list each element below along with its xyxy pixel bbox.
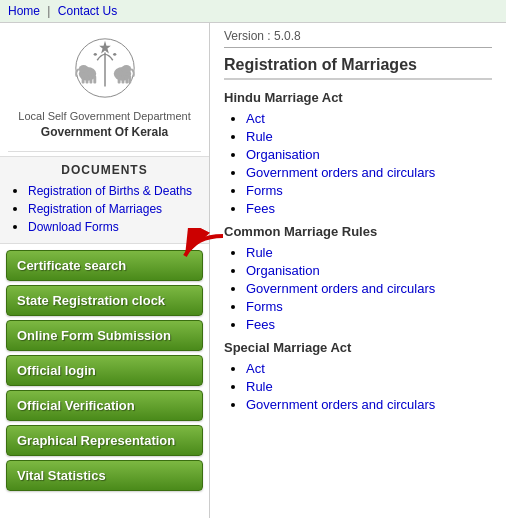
svg-rect-3 (81, 76, 84, 84)
hindu-govt-link[interactable]: Government orders and circulars (246, 165, 435, 180)
list-item: Organisation (246, 263, 492, 278)
list-item: Act (246, 111, 492, 126)
state-registration-clock-button[interactable]: State Registration clock (6, 285, 203, 316)
svg-rect-11 (125, 76, 128, 84)
list-item: Registration of Births & Deaths (28, 183, 199, 198)
dept-name: Local Self Government Department Governm… (8, 109, 201, 141)
svg-rect-10 (121, 76, 124, 84)
doc-links-list: Registration of Births & Deaths Registra… (10, 183, 199, 234)
cert-search-container: Certificate search (6, 250, 203, 281)
doc-link-forms[interactable]: Download Forms (28, 220, 119, 234)
special-act-link[interactable]: Act (246, 361, 265, 376)
documents-section: DOCUMENTS Registration of Births & Death… (0, 156, 209, 244)
svg-rect-5 (89, 76, 92, 84)
svg-rect-12 (128, 76, 131, 84)
doc-link-births[interactable]: Registration of Births & Deaths (28, 184, 192, 198)
svg-rect-6 (93, 76, 96, 84)
section-special-title: Special Marriage Act (224, 340, 492, 355)
sidebar-logo: Local Self Government Department Governm… (0, 23, 209, 147)
section-hindu-title: Hindu Marriage Act (224, 90, 492, 105)
list-item: Government orders and circulars (246, 165, 492, 180)
common-forms-link[interactable]: Forms (246, 299, 283, 314)
special-rule-link[interactable]: Rule (246, 379, 273, 394)
list-item: Forms (246, 299, 492, 314)
common-org-link[interactable]: Organisation (246, 263, 320, 278)
home-link[interactable]: Home (8, 4, 40, 18)
list-item: Rule (246, 129, 492, 144)
hindu-act-link[interactable]: Act (246, 111, 265, 126)
hindu-fees-link[interactable]: Fees (246, 201, 275, 216)
hindu-org-link[interactable]: Organisation (246, 147, 320, 162)
page-title: Registration of Marriages (224, 56, 492, 80)
graphical-representation-button[interactable]: Graphical Representation (6, 425, 203, 456)
list-item: Download Forms (28, 219, 199, 234)
list-item: Rule (246, 379, 492, 394)
hindu-links-list: Act Rule Organisation Government orders … (224, 111, 492, 216)
special-links-list: Act Rule Government orders and circulars (224, 361, 492, 412)
list-item: Rule (246, 245, 492, 260)
vital-statistics-button[interactable]: Vital Statistics (6, 460, 203, 491)
doc-link-marriages[interactable]: Registration of Marriages (28, 202, 162, 216)
official-verification-button[interactable]: Official Verification (6, 390, 203, 421)
svg-rect-4 (85, 76, 88, 84)
divider-1 (8, 151, 201, 152)
list-item: Fees (246, 201, 492, 216)
hindu-rule-link[interactable]: Rule (246, 129, 273, 144)
online-form-submission-button[interactable]: Online Form Submission (6, 320, 203, 351)
sidebar: Local Self Government Department Governm… (0, 23, 210, 518)
section-common-title: Common Marriage Rules (224, 224, 492, 239)
list-item: Forms (246, 183, 492, 198)
documents-title: DOCUMENTS (10, 163, 199, 177)
emblem-svg (70, 32, 140, 104)
nav-buttons: Certificate search State Registration cl… (0, 250, 209, 491)
nav-separator: | (47, 4, 50, 18)
svg-rect-9 (117, 76, 120, 84)
hindu-forms-link[interactable]: Forms (246, 183, 283, 198)
page-layout: Local Self Government Department Governm… (0, 23, 506, 518)
list-item: Fees (246, 317, 492, 332)
top-navigation: Home | Contact Us (0, 0, 506, 23)
official-login-button[interactable]: Official login (6, 355, 203, 386)
svg-point-8 (121, 65, 131, 73)
list-item: Organisation (246, 147, 492, 162)
common-fees-link[interactable]: Fees (246, 317, 275, 332)
kerala-emblem (70, 33, 140, 103)
contact-link[interactable]: Contact Us (58, 4, 117, 18)
svg-marker-14 (99, 41, 111, 54)
list-item: Government orders and circulars (246, 397, 492, 412)
common-links-list: Rule Organisation Government orders and … (224, 245, 492, 332)
list-item: Act (246, 361, 492, 376)
main-content: Version : 5.0.8 Registration of Marriage… (210, 23, 506, 518)
list-item: Government orders and circulars (246, 281, 492, 296)
svg-point-2 (78, 65, 88, 73)
version-bar: Version : 5.0.8 (224, 29, 492, 48)
special-govt-link[interactable]: Government orders and circulars (246, 397, 435, 412)
list-item: Registration of Marriages (28, 201, 199, 216)
common-rule-link[interactable]: Rule (246, 245, 273, 260)
common-govt-link[interactable]: Government orders and circulars (246, 281, 435, 296)
certificate-search-button[interactable]: Certificate search (6, 250, 203, 281)
